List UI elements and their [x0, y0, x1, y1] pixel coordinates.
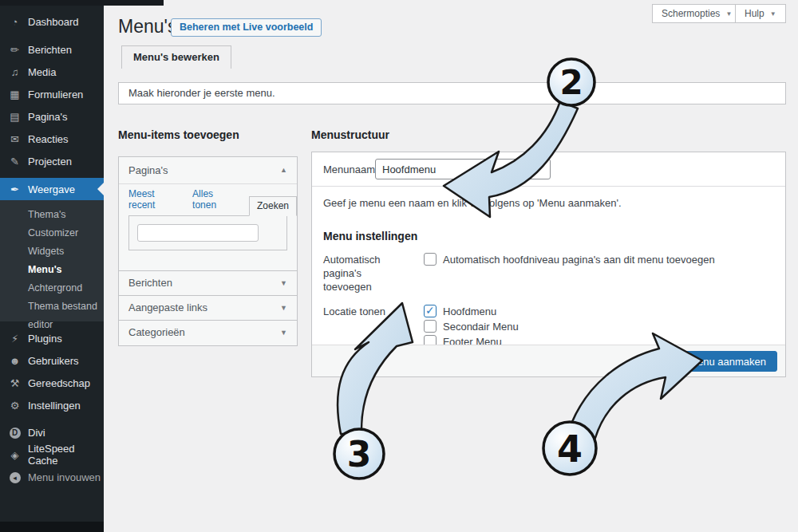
- pushpin-icon: ✏: [8, 44, 22, 56]
- submenu-item-achtergrond[interactable]: Achtergrond: [0, 279, 104, 298]
- sidebar-item-label: Weergave: [28, 183, 75, 195]
- menu-name-row: Menunaam: [312, 152, 785, 187]
- submenu-item-menus[interactable]: Menu's: [0, 261, 104, 279]
- litespeed-icon: ◈: [8, 449, 22, 461]
- svg-text:4: 4: [557, 428, 583, 471]
- sidebar-item-gereedschap[interactable]: ⚒ Gereedschap: [0, 372, 104, 394]
- sidebar-item-label: Divi: [28, 427, 45, 439]
- menu-settings-heading: Menu instellingen: [323, 230, 774, 242]
- sidebar-item-label: Dashboard: [28, 16, 79, 28]
- menu-name-input[interactable]: [375, 159, 551, 179]
- comments-icon: ✉: [8, 133, 22, 145]
- divi-icon: D: [8, 426, 22, 439]
- wordpress-menus-screen: Schermopties ▼ Hulp ▼ ◔ Dashboard ✏ Beri…: [0, 0, 798, 532]
- help-button[interactable]: Hulp ▼: [735, 4, 786, 23]
- sidebar-item-label: Projecten: [28, 156, 72, 167]
- accordion-section-aangepaste-links[interactable]: Aangepaste links ▼: [119, 296, 297, 321]
- accordion-section-categorieen[interactable]: Categorieën ▼: [119, 321, 297, 345]
- page-title: Menu's: [118, 16, 176, 37]
- accordion-section-paginas[interactable]: Pagina's ▲: [119, 157, 297, 184]
- settings-icon: ⚙: [8, 400, 22, 412]
- sidebar-item-label: Gereedschap: [28, 377, 90, 389]
- accordion-section-label: Pagina's: [128, 164, 168, 176]
- location-option-label: Secondair Menu: [443, 321, 519, 333]
- media-icon: ♫: [8, 66, 22, 78]
- sidebar-item-plugins[interactable]: ⚡ Plugins: [0, 327, 104, 349]
- sidebar-item-label: Plugins: [28, 333, 62, 345]
- panel-footer: Menu aanmaken: [312, 345, 785, 376]
- help-label: Hulp: [745, 8, 764, 19]
- accordion-section-label: Berichten: [128, 277, 172, 289]
- sidebar-item-paginas[interactable]: ▤ Pagina's: [0, 105, 104, 128]
- pushpin-icon: ✎: [8, 156, 22, 167]
- menu-items-accordion: Pagina's ▲ Meest recent Alles tonen Zoek…: [118, 156, 298, 346]
- sidebar-item-label: Instellingen: [28, 400, 81, 412]
- submenu-item-thema-bestand-editor[interactable]: Thema bestand editor: [0, 298, 104, 316]
- sidebar-item-instellingen[interactable]: ⚙ Instellingen: [0, 394, 104, 416]
- first-menu-notice: Maak hieronder je eerste menu.: [118, 82, 786, 104]
- tab-menus-bewerken[interactable]: Menu's bewerken: [121, 45, 231, 69]
- collapse-menu-label: Menu invouwen: [28, 471, 101, 483]
- auto-add-text: Automatisch hoofdniveau pagina's aan dit…: [443, 254, 715, 266]
- sidebar-item-label: Formulieren: [28, 89, 83, 100]
- sidebar-item-label: LiteSpeed Cache: [28, 443, 104, 467]
- auto-add-checkbox[interactable]: [424, 253, 437, 266]
- screen-options-button[interactable]: Schermopties ▼: [652, 4, 741, 23]
- appearance-submenu: Thema's Customizer Widgets Menu's Achter…: [0, 200, 104, 321]
- tools-icon: ⚒: [8, 377, 22, 389]
- paginas-panel: Meest recent Alles tonen Zoeken: [119, 184, 297, 271]
- sidebar-item-projecten[interactable]: ✎ Projecten: [0, 150, 104, 172]
- location-option-label: Hoofdmenu: [443, 305, 496, 317]
- sidebar-item-label: Gebruikers: [28, 355, 79, 367]
- pages-icon: ▤: [8, 111, 22, 123]
- dashboard-icon: ◔: [8, 16, 22, 28]
- submenu-item-customizer[interactable]: Customizer: [0, 224, 104, 242]
- chevron-down-icon: ▼: [280, 271, 287, 295]
- admin-bar-remnant: [0, 0, 164, 6]
- appearance-icon: ✒: [8, 183, 22, 195]
- svg-text:3: 3: [347, 434, 372, 475]
- admin-sidebar: ◔ Dashboard ✏ Berichten ♫ Media ▦ Formul…: [0, 0, 104, 532]
- sidebar-item-divi[interactable]: D Divi: [0, 421, 104, 443]
- page-search-input[interactable]: [137, 224, 259, 242]
- live-preview-button[interactable]: Beheren met Live voorbeeld: [171, 18, 322, 37]
- chevron-up-icon: ▲: [280, 157, 287, 183]
- add-menu-items-heading: Menu-items toevoegen: [118, 128, 239, 141]
- sidebar-item-weergave[interactable]: ✒ Weergave: [0, 178, 104, 200]
- location-label: Locatie tonen: [323, 305, 413, 350]
- location-checkbox-secondair-menu[interactable]: [424, 320, 437, 333]
- chevron-down-icon: ▼: [770, 10, 776, 18]
- screen-options-label: Schermopties: [662, 8, 720, 19]
- sidebar-item-media[interactable]: ♫ Media: [0, 61, 104, 83]
- page-search-panel: [128, 215, 287, 250]
- sidebar-item-label: Media: [28, 66, 56, 78]
- sidebar-item-dashboard[interactable]: ◔ Dashboard: [0, 10, 104, 33]
- collapse-menu-button[interactable]: ◂ Menu invouwen: [0, 466, 104, 488]
- accordion-section-berichten[interactable]: Berichten ▼: [119, 271, 297, 296]
- sidebar-item-formulieren[interactable]: ▦ Formulieren: [0, 83, 104, 105]
- tab-alles-tonen[interactable]: Alles tonen: [192, 188, 236, 215]
- step-4-badge: 4: [543, 422, 596, 475]
- sidebar-item-reacties[interactable]: ✉ Reacties: [0, 128, 104, 150]
- sidebar-item-label: Pagina's: [28, 111, 67, 123]
- sidebar-bottom-strip: [0, 522, 104, 532]
- chevron-down-icon: ▼: [280, 296, 287, 320]
- menu-structure-panel: Menunaam Geef je menu een naam en klik v…: [311, 152, 786, 377]
- collapse-arrow-icon: ◂: [8, 471, 22, 483]
- create-menu-button[interactable]: Menu aanmaken: [678, 351, 777, 372]
- sidebar-item-gebruikers[interactable]: ☻ Gebruikers: [0, 349, 104, 372]
- menu-name-label: Menunaam: [323, 164, 373, 175]
- submenu-item-widgets[interactable]: Widgets: [0, 242, 104, 261]
- tab-meest-recent[interactable]: Meest recent: [128, 188, 180, 215]
- auto-add-row: Automatisch pagina's toevoegen Automatis…: [323, 253, 774, 294]
- tab-zoeken[interactable]: Zoeken: [249, 196, 297, 216]
- sidebar-item-litespeed-cache[interactable]: ◈ LiteSpeed Cache: [0, 443, 104, 466]
- location-row: Locatie tonen Hoofdmenu Secondair Menu F…: [323, 305, 774, 350]
- location-checkbox-hoofdmenu[interactable]: [424, 305, 437, 317]
- plugins-icon: ⚡: [8, 333, 22, 345]
- forms-icon: ▦: [8, 89, 22, 100]
- sidebar-item-label: Reacties: [28, 133, 69, 145]
- accordion-section-label: Categorieën: [128, 326, 185, 338]
- sidebar-item-berichten[interactable]: ✏ Berichten: [0, 38, 104, 61]
- submenu-item-themas[interactable]: Thema's: [0, 206, 104, 224]
